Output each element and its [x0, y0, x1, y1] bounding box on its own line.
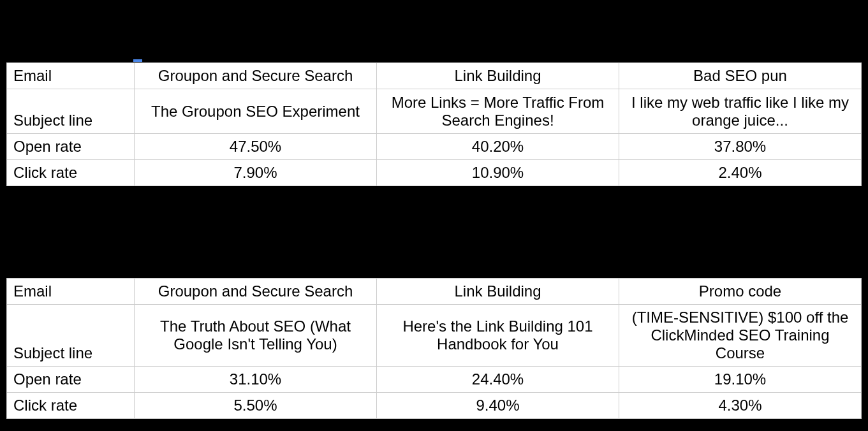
cell-subject: The Truth About SEO (What Google Isn't T…: [135, 305, 377, 367]
table-row: Open rate 47.50% 40.20% 37.80%: [7, 134, 862, 160]
table: Email Groupon and Secure Search Link Bui…: [6, 278, 862, 419]
cell-open-rate: 40.20%: [377, 134, 619, 160]
cell-email: Link Building: [377, 63, 619, 89]
row-header-click-rate: Click rate: [7, 393, 135, 419]
cell-email: Promo code: [619, 279, 862, 305]
cell-email: Groupon and Secure Search: [135, 279, 377, 305]
cell-text: Email: [13, 67, 52, 84]
cell-click-rate: 10.90%: [377, 160, 619, 186]
cell-click-rate: 9.40%: [377, 393, 619, 419]
cell-email: Groupon and Secure Search: [135, 63, 377, 89]
table-row: Subject line The Groupon SEO Experiment …: [7, 89, 862, 134]
cell-email: Link Building: [377, 279, 619, 305]
cell-click-rate: 4.30%: [619, 393, 862, 419]
row-header-click-rate: Click rate: [7, 160, 135, 186]
cell-subject: Here's the Link Building 101 Handbook fo…: [377, 305, 619, 367]
cursor-indicator-icon: [133, 59, 142, 62]
row-header-open-rate: Open rate: [7, 367, 135, 393]
table-row: Email Groupon and Secure Search Link Bui…: [7, 63, 862, 89]
table-row: Open rate 31.10% 24.40% 19.10%: [7, 367, 862, 393]
table: Email Groupon and Secure Search Link Bui…: [6, 62, 862, 186]
cell-open-rate: 47.50%: [135, 134, 377, 160]
cell-subject: The Groupon SEO Experiment: [135, 89, 377, 134]
cell-click-rate: 7.90%: [135, 160, 377, 186]
cell-subject: I like my web traffic like I like my ora…: [619, 89, 862, 134]
row-header-email: Email: [7, 279, 135, 305]
row-header-open-rate: Open rate: [7, 134, 135, 160]
table-row: Subject line The Truth About SEO (What G…: [7, 305, 862, 367]
table-row: Email Groupon and Secure Search Link Bui…: [7, 279, 862, 305]
cell-click-rate: 2.40%: [619, 160, 862, 186]
cell-click-rate: 5.50%: [135, 393, 377, 419]
cell-open-rate: 19.10%: [619, 367, 862, 393]
table-row: Click rate 5.50% 9.40% 4.30%: [7, 393, 862, 419]
cell-subject: More Links = More Traffic From Search En…: [377, 89, 619, 134]
cell-open-rate: 24.40%: [377, 367, 619, 393]
email-metrics-table-1: Email Groupon and Secure Search Link Bui…: [6, 62, 862, 186]
table-row: Click rate 7.90% 10.90% 2.40%: [7, 160, 862, 186]
row-header-subject: Subject line: [7, 305, 135, 367]
cell-open-rate: 37.80%: [619, 134, 862, 160]
cell-subject: (TIME-SENSITIVE) $100 off the ClickMinde…: [619, 305, 862, 367]
row-header-email: Email: [7, 63, 135, 89]
cell-open-rate: 31.10%: [135, 367, 377, 393]
cell-email: Bad SEO pun: [619, 63, 862, 89]
email-metrics-table-2: Email Groupon and Secure Search Link Bui…: [6, 278, 862, 419]
row-header-subject: Subject line: [7, 89, 135, 134]
